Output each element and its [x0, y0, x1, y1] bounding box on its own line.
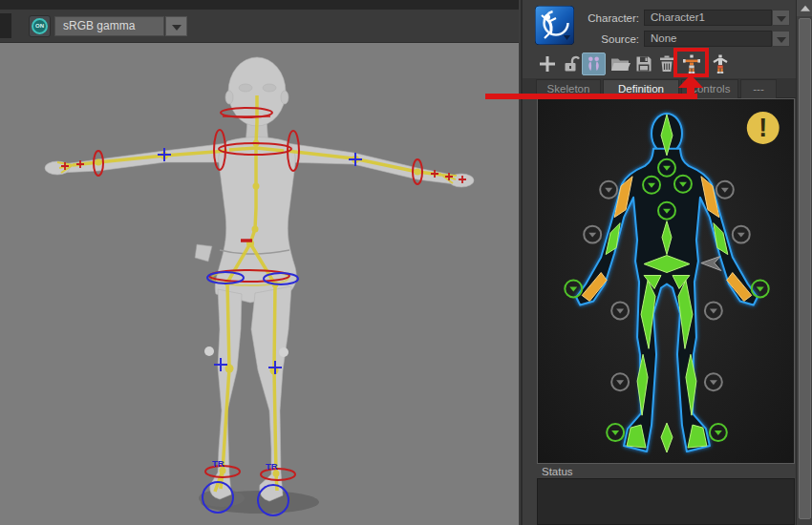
viewport-top-strip: [0, 0, 519, 10]
plus-icon: [537, 53, 558, 74]
viewport-toolbar-notch: [0, 13, 11, 38]
character-controls-panel: Character: Character1 Source: None: [521, 0, 796, 525]
delete-character-button[interactable]: [656, 52, 677, 75]
gamma-dropdown-arrow[interactable]: [165, 16, 187, 36]
load-character-button[interactable]: [609, 52, 630, 75]
warning-exclamation: !: [759, 114, 767, 142]
define-skeleton-button[interactable]: [681, 52, 702, 75]
trash-icon: [656, 53, 677, 74]
panel-scrollbar[interactable]: [796, 0, 812, 525]
viewport-toolbar: ON sRGB gamma: [0, 10, 519, 43]
scroll-up-button[interactable]: [797, 0, 812, 16]
3d-viewport[interactable]: ON sRGB gamma: [0, 0, 519, 525]
chevron-up-icon: [801, 5, 810, 10]
tr-effector-label-right: TR: [266, 461, 278, 472]
tr-effector-label-left: TR: [212, 458, 224, 469]
character-toolbar: [523, 48, 798, 78]
character-definition-map[interactable]: !: [537, 98, 795, 464]
mirror-icon: [583, 53, 605, 74]
gamma-dropdown[interactable]: sRGB gamma: [54, 16, 164, 36]
create-character-button[interactable]: [537, 52, 558, 75]
skeleton-figure-icon: [681, 53, 702, 74]
tab-more[interactable]: ---: [740, 79, 777, 98]
scrollbar-thumb[interactable]: [799, 18, 811, 519]
tab-definition[interactable]: Definition: [603, 79, 679, 98]
control-rig-figure-icon: [710, 53, 731, 74]
character-select-arrow[interactable]: [772, 10, 790, 26]
on-icon: ON: [32, 18, 48, 34]
status-label: Status: [542, 466, 573, 477]
source-label: Source:: [534, 33, 639, 45]
control-rig-button[interactable]: [710, 52, 731, 75]
tab-controls[interactable]: Controls: [681, 79, 738, 98]
save-icon: [633, 53, 654, 74]
chevron-down-icon: [777, 15, 786, 21]
chevron-down-icon: [777, 36, 786, 42]
status-box: [537, 478, 795, 525]
character-label: Character:: [534, 12, 639, 24]
save-character-button[interactable]: [633, 52, 654, 75]
character-select[interactable]: Character1: [644, 10, 772, 26]
source-select[interactable]: None: [644, 31, 772, 47]
lock-character-button[interactable]: [561, 52, 582, 75]
warning-badge[interactable]: !: [747, 112, 780, 144]
source-select-arrow[interactable]: [772, 31, 790, 47]
panel-tabs: Skeleton Definition Controls ---: [523, 78, 798, 98]
folder-icon: [609, 53, 630, 74]
unlock-icon: [561, 53, 582, 74]
mirror-button[interactable]: [582, 52, 606, 75]
viewport-canvas[interactable]: TR TR: [0, 43, 519, 525]
chevron-down-icon: [172, 24, 182, 30]
character-controls-screen: ON sRGB gamma: [0, 0, 812, 525]
color-management-toggle[interactable]: ON: [29, 15, 51, 37]
character-mesh[interactable]: [45, 57, 474, 501]
tab-skeleton[interactable]: Skeleton: [536, 79, 601, 98]
